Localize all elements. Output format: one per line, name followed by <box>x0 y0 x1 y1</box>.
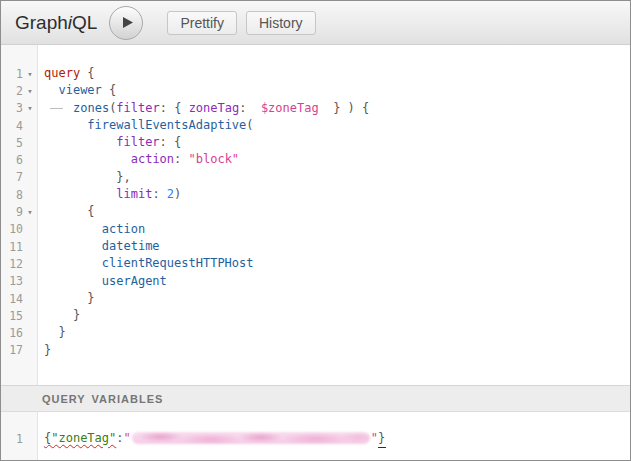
code-token: query <box>44 66 80 80</box>
code-token: { <box>174 101 188 115</box>
code-line[interactable]: } <box>44 324 630 341</box>
code-line[interactable]: action: "block" <box>44 151 630 168</box>
query-variables-header[interactable]: QUERY VARIABLES <box>1 385 630 412</box>
gutter-line: 2▾ <box>1 82 37 99</box>
gutter-line: 4 <box>1 117 37 134</box>
code-token: } <box>58 325 65 339</box>
code-token: zones <box>73 101 109 115</box>
execute-query-button[interactable] <box>109 6 143 40</box>
code-line[interactable]: } <box>44 307 630 324</box>
prettify-button[interactable]: Prettify <box>167 11 237 35</box>
code-line[interactable]: } <box>44 342 630 359</box>
line-number: 1 <box>1 67 23 81</box>
line-number: 17 <box>1 343 23 357</box>
query-editor[interactable]: 1▾2▾3▾456789▾1011121314151617 query { vi… <box>1 45 630 385</box>
code-token: } ) { <box>319 101 370 115</box>
code-token: "block" <box>189 152 240 166</box>
gutter-line: 12 <box>1 255 37 272</box>
code-line[interactable]: {"zoneTag":""} <box>44 430 630 447</box>
play-icon <box>122 16 134 29</box>
variables-line-number-gutter: 1 <box>1 412 38 460</box>
fold-arrow-icon[interactable]: ▾ <box>23 103 37 113</box>
code-token: 2 <box>167 187 174 201</box>
code-line[interactable]: { <box>44 203 630 220</box>
gutter-line: 3▾ <box>1 100 37 117</box>
code-line[interactable]: action <box>44 221 630 238</box>
line-number: 8 <box>1 188 23 202</box>
variables-editor[interactable]: 1 {"zoneTag":""} <box>1 412 630 460</box>
code-token: " <box>124 431 131 445</box>
line-number: 14 <box>1 292 23 306</box>
code-token <box>44 152 131 166</box>
graphiql-logo: GraphiQL <box>15 12 97 34</box>
gutter-line: 7 <box>1 169 37 186</box>
line-number: 2 <box>1 84 23 98</box>
code-line[interactable]: limit: 2) <box>44 186 630 203</box>
code-token <box>44 274 102 288</box>
code-token: { <box>87 204 94 218</box>
line-number: 12 <box>1 257 23 271</box>
code-line[interactable]: }, <box>44 169 630 186</box>
code-line[interactable]: userAgent <box>44 273 630 290</box>
code-token <box>44 187 116 201</box>
code-line[interactable]: firewallEventsAdaptive( <box>44 117 630 134</box>
topbar: GraphiQL Prettify History <box>1 1 630 45</box>
code-line[interactable]: } <box>44 290 630 307</box>
code-token <box>44 308 73 322</box>
gutter-line: 1 <box>1 430 37 447</box>
gutter-line: 13 <box>1 273 37 290</box>
code-token: clientRequestHTTPHost <box>102 256 254 270</box>
graphiql-window: GraphiQL Prettify History 1▾2▾3▾456789▾1… <box>0 0 631 461</box>
line-number: 13 <box>1 274 23 288</box>
redacted-zone-tag-value <box>132 432 370 444</box>
variables-code-area[interactable]: {"zoneTag":""} <box>38 412 630 460</box>
code-token: datetime <box>102 239 160 253</box>
code-token <box>44 135 116 149</box>
fold-arrow-icon[interactable]: ▾ <box>23 69 37 79</box>
code-line[interactable]: query { <box>44 65 630 82</box>
code-token: filter <box>116 135 159 149</box>
code-token <box>44 239 102 253</box>
code-token: { <box>174 135 181 149</box>
code-token <box>44 256 102 270</box>
gutter-line: 10 <box>1 221 37 238</box>
code-line[interactable]: filter: { <box>44 134 630 151</box>
code-line[interactable]: zones(filter: { zoneTag: $zoneTag } ) { <box>44 100 630 117</box>
line-number: 3 <box>1 101 23 115</box>
line-number: 7 <box>1 170 23 184</box>
line-number: 4 <box>1 119 23 133</box>
code-token: $zoneTag <box>261 101 319 115</box>
code-token <box>44 325 58 339</box>
code-token <box>44 291 87 305</box>
code-token: } <box>378 430 385 447</box>
gutter-line: 15 <box>1 307 37 324</box>
fold-arrow-icon[interactable]: ▾ <box>23 207 37 217</box>
code-token: " <box>371 431 378 445</box>
logo-text: Graph <box>15 12 68 33</box>
query-line-number-gutter: 1▾2▾3▾456789▾1011121314151617 <box>1 45 38 385</box>
code-token: "zoneTag" <box>51 431 116 445</box>
line-number: 6 <box>1 153 23 167</box>
code-token: : <box>160 135 174 149</box>
line-number: 15 <box>1 309 23 323</box>
code-token <box>44 170 116 184</box>
fold-arrow-icon[interactable]: ▾ <box>23 86 37 96</box>
query-variables-title: QUERY VARIABLES <box>42 393 163 405</box>
code-token: viewer <box>58 83 101 97</box>
gutter-line: 9▾ <box>1 203 37 220</box>
code-token: } <box>73 308 80 322</box>
code-token: : <box>116 431 123 445</box>
code-token <box>44 103 73 113</box>
query-code-area[interactable]: query { viewer {zones(filter: { zoneTag:… <box>38 45 630 385</box>
code-token <box>44 118 87 132</box>
gutter-line: 11 <box>1 238 37 255</box>
code-line[interactable]: datetime <box>44 238 630 255</box>
code-line[interactable]: viewer { <box>44 82 630 99</box>
code-token: ) <box>174 187 181 201</box>
history-button[interactable]: History <box>246 11 316 35</box>
code-line[interactable]: clientRequestHTTPHost <box>44 255 630 272</box>
gutter-line: 14 <box>1 290 37 307</box>
code-token: action <box>102 222 145 236</box>
code-token <box>44 83 58 97</box>
code-token: { <box>80 66 94 80</box>
